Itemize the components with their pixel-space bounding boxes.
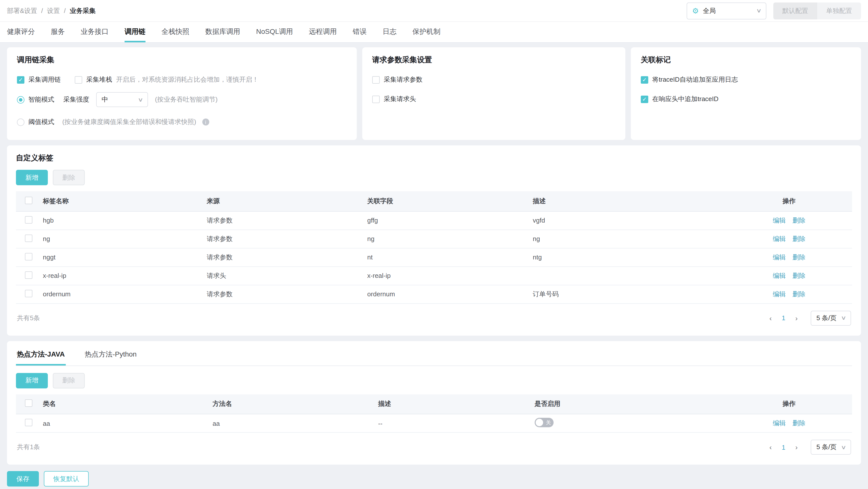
trace-collect-row: 采集调用链 采集堆栈 开启后，对系统资源消耗占比会增加，谨慎开启！ — [17, 75, 347, 84]
stack-hint: 开启后，对系统资源消耗占比会增加，谨慎开启！ — [116, 75, 258, 84]
table-header-row: 类名 方法名 描述 是否启用 操作 — [16, 394, 852, 414]
pagination: ‹ 1 › 5 条/页 ∨ — [765, 311, 851, 325]
page-number[interactable]: 1 — [779, 444, 788, 451]
delete-link[interactable]: 删除 — [793, 272, 805, 279]
collect-request-headers-checkbox[interactable] — [372, 95, 380, 103]
hot-methods-table: 类名 方法名 描述 是否启用 操作 aa aa -- — [16, 394, 852, 433]
breadcrumb-item[interactable]: 部署&设置 — [7, 6, 37, 15]
scope-select[interactable]: ⚙ 全局 ∨ — [687, 2, 766, 19]
delete-link[interactable]: 删除 — [793, 253, 805, 261]
main-tabs: 健康评分 服务 业务接口 调用链 全栈快照 数据库调用 NoSQL调用 远程调用… — [0, 22, 868, 43]
cell-tag-name: nggt — [39, 248, 203, 266]
save-button[interactable]: 保存 — [7, 471, 39, 487]
cell-source: 请求参数 — [203, 211, 363, 230]
cell-field: gffg — [363, 211, 529, 230]
delete-tag-button[interactable]: 删除 — [53, 170, 85, 185]
correlation-card: 关联标记 将traceID自动追加至应用日志 在响应头中追加traceID — [631, 47, 861, 140]
custom-tags-title: 自定义标签 — [16, 153, 852, 163]
cell-tag-name: x-real-ip — [39, 266, 203, 285]
topbar-right: ⚙ 全局 ∨ 默认配置 单独配置 — [687, 2, 861, 19]
breadcrumb-separator: / — [41, 7, 43, 14]
tab-trace[interactable]: 调用链 — [125, 22, 146, 42]
breadcrumb-separator: / — [64, 7, 66, 14]
column-header: 类名 — [39, 394, 209, 414]
tab-service[interactable]: 服务 — [51, 22, 65, 42]
scope-select-value: 全局 — [703, 6, 753, 15]
collect-request-params-checkbox[interactable] — [372, 76, 380, 84]
page-size-select[interactable]: 5 条/页 ∨ — [811, 311, 851, 325]
intensity-select[interactable]: 中 ∨ — [96, 92, 148, 107]
chevron-down-icon: ∨ — [841, 444, 846, 450]
hot-methods-panel: 热点方法-JAVA 热点方法-Python 新增 删除 类名 方法名 描述 — [7, 341, 861, 465]
tab-nosql-call[interactable]: NoSQL调用 — [256, 22, 293, 42]
tab-error[interactable]: 错误 — [353, 22, 367, 42]
tab-business-api[interactable]: 业务接口 — [81, 22, 108, 42]
edit-link[interactable]: 编辑 — [773, 235, 786, 242]
row-checkbox[interactable] — [25, 234, 32, 242]
add-tag-button[interactable]: 新增 — [16, 170, 48, 185]
tab-remote-call[interactable]: 远程调用 — [309, 22, 337, 42]
delete-method-button[interactable]: 删除 — [53, 373, 85, 388]
page-number[interactable]: 1 — [779, 314, 788, 322]
tab-hot-methods-python[interactable]: 热点方法-Python — [84, 349, 138, 365]
collect-request-params-label: 采集请求参数 — [384, 75, 423, 84]
collect-stack-checkbox[interactable] — [75, 76, 82, 84]
cell-tag-name: hgb — [39, 211, 203, 230]
restore-default-button[interactable]: 恢复默认 — [44, 471, 89, 487]
tab-hot-methods-java[interactable]: 热点方法-JAVA — [16, 349, 66, 365]
edit-link[interactable]: 编辑 — [773, 253, 786, 261]
delete-link[interactable]: 删除 — [793, 290, 805, 297]
column-header: 关联字段 — [363, 191, 529, 211]
breadcrumb-item[interactable]: 设置 — [47, 6, 60, 15]
edit-link[interactable]: 编辑 — [773, 272, 786, 279]
cell-source: 请求参数 — [203, 285, 363, 303]
custom-tags-footer: 共有5条 ‹ 1 › 5 条/页 ∨ — [16, 303, 852, 330]
next-page-icon[interactable]: › — [791, 443, 802, 451]
edit-link[interactable]: 编辑 — [773, 419, 786, 427]
custom-tags-toolbar: 新增 删除 — [16, 170, 852, 185]
delete-link[interactable]: 删除 — [793, 235, 805, 242]
select-all-checkbox[interactable] — [25, 400, 32, 407]
edit-link[interactable]: 编辑 — [773, 216, 786, 224]
column-header: 操作 — [726, 394, 852, 414]
tab-log[interactable]: 日志 — [383, 22, 397, 42]
tab-fullstack-snapshot[interactable]: 全栈快照 — [161, 22, 189, 42]
next-page-icon[interactable]: › — [791, 314, 802, 322]
add-method-button[interactable]: 新增 — [16, 373, 48, 388]
total-count: 共有5条 — [17, 314, 40, 322]
tab-health-score[interactable]: 健康评分 — [7, 22, 35, 42]
row-checkbox[interactable] — [25, 216, 32, 223]
table-row: aa aa -- 关 编辑 删除 — [16, 414, 852, 432]
collect-trace-checkbox[interactable] — [17, 76, 24, 84]
info-icon[interactable]: i — [202, 119, 209, 126]
table-row: ordernum 请求参数 ordernum 订单号码 编辑 删除 — [16, 285, 852, 303]
row-checkbox[interactable] — [25, 419, 32, 426]
traceid-header-checkbox[interactable] — [641, 95, 648, 103]
table-row: ng 请求参数 ng ng 编辑 删除 — [16, 230, 852, 248]
page-size-select[interactable]: 5 条/页 ∨ — [811, 440, 851, 455]
enabled-toggle[interactable]: 关 — [534, 418, 553, 427]
row-checkbox[interactable] — [25, 271, 32, 279]
delete-link[interactable]: 删除 — [793, 216, 805, 224]
select-all-checkbox[interactable] — [25, 197, 32, 204]
cell-desc: ng — [529, 230, 726, 248]
edit-link[interactable]: 编辑 — [773, 290, 786, 297]
smart-mode-radio[interactable] — [17, 96, 24, 103]
row-checkbox[interactable] — [25, 253, 32, 260]
tab-database-call[interactable]: 数据库调用 — [205, 22, 240, 42]
default-config-button[interactable]: 默认配置 — [773, 2, 817, 19]
threshold-mode-radio[interactable] — [17, 118, 24, 126]
tab-protection[interactable]: 保护机制 — [412, 22, 440, 42]
cell-desc: ntg — [529, 248, 726, 266]
traceid-log-checkbox[interactable] — [641, 76, 648, 84]
delete-link[interactable]: 删除 — [793, 419, 805, 427]
chevron-down-icon: ∨ — [138, 96, 144, 103]
traceid-log-row: 将traceID自动追加至应用日志 — [641, 75, 851, 84]
cell-source: 请求参数 — [203, 248, 363, 266]
column-header: 操作 — [726, 191, 852, 211]
prev-page-icon[interactable]: ‹ — [765, 314, 776, 322]
traceid-header-label: 在响应头中追加traceID — [652, 95, 718, 104]
row-checkbox[interactable] — [25, 290, 32, 297]
single-config-button[interactable]: 单独配置 — [817, 2, 861, 19]
prev-page-icon[interactable]: ‹ — [765, 443, 776, 451]
